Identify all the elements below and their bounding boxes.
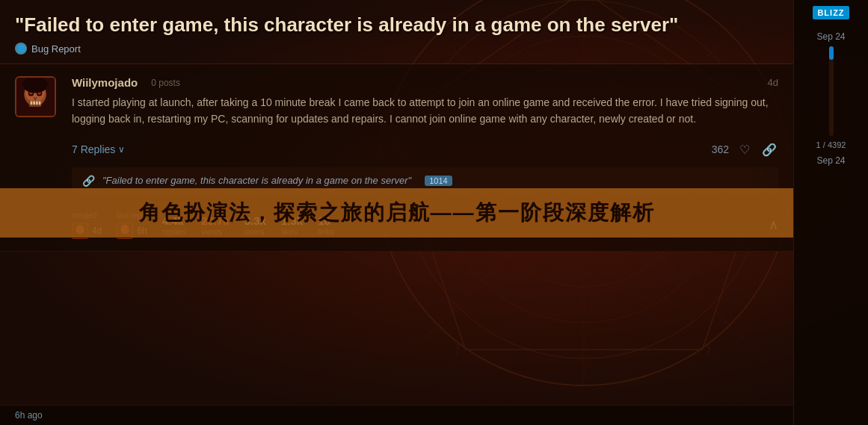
post-body: I started playing at launch, after takin… [72, 95, 778, 127]
replies-toggle[interactable]: 7 Replies ∨ [72, 143, 125, 155]
watermark-banner: 角色扮演法，探索之旅的启航——第一阶段深度解析 [0, 188, 793, 238]
svg-point-27 [24, 83, 46, 107]
replies-count-label: 7 Replies [72, 143, 115, 155]
sidebar-date-bottom: Sep 24 [816, 155, 845, 166]
post-meta-row: Wiilymojado 0 posts 4d [72, 76, 778, 89]
progress-thumb [829, 46, 834, 60]
sidebar: BLIZZ Sep 24 1 / 4392 Sep 24 [793, 0, 868, 425]
quote-text[interactable]: "Failed to enter game, this character is… [102, 175, 411, 186]
post-body-text: I started playing at launch, after takin… [72, 95, 778, 127]
quote-count-badge: 1014 [425, 176, 452, 186]
breadcrumb-link[interactable]: Bug Report [31, 43, 81, 55]
like-button[interactable]: ♡ [738, 141, 751, 158]
posts-container: Wiilymojado 0 posts 4d I started playing… [0, 64, 793, 425]
blizz-badge: BLIZZ [813, 6, 849, 19]
globe-icon: 🌐 [15, 43, 27, 55]
post-count: 0 posts [151, 78, 180, 88]
avatar-image [16, 78, 55, 116]
progress-track[interactable] [829, 46, 834, 136]
avatar [15, 76, 56, 117]
page-title: "Failed to enter game, this character is… [15, 13, 778, 37]
post-time: 4d [768, 77, 778, 88]
replies-section: 7 Replies ∨ 362 ♡ 🔗 [72, 138, 778, 158]
progress-label: 1 / 4392 [816, 140, 846, 149]
post-author[interactable]: Wiilymojado [72, 76, 138, 89]
chevron-down-icon: ∨ [118, 144, 125, 155]
sidebar-date-top: Sep 24 [816, 31, 845, 42]
bottom-time: 6h ago [15, 410, 43, 421]
watermark-text: 角色扮演法，探索之旅的启航——第一阶段深度解析 [139, 199, 655, 227]
bottom-bar: 6h ago [0, 405, 793, 425]
breadcrumb: 🌐 Bug Report [15, 43, 778, 55]
share-button[interactable]: 🔗 [760, 141, 778, 158]
quote-link-icon: 🔗 [82, 175, 95, 187]
likes-count: 362 [712, 143, 729, 155]
post-actions: 362 ♡ 🔗 [712, 141, 778, 158]
page-header: "Failed to enter game, this character is… [0, 0, 793, 64]
